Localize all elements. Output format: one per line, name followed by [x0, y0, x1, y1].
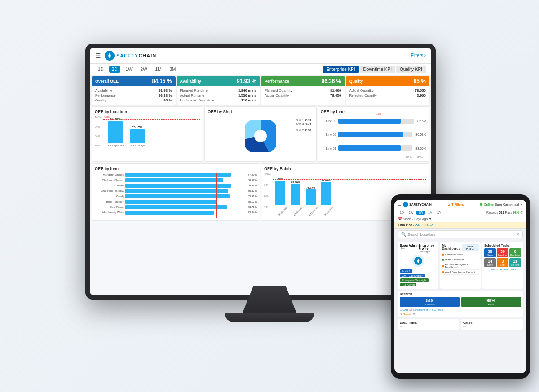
tablet-dashboards-section: My Dashboards Dash Builder Favorites Das… — [440, 242, 481, 289]
tablet-search-box: 🔍 Search Locations ✕ — [398, 230, 523, 238]
dash-dot-3 — [442, 265, 444, 267]
dash-label-3: Hazard Recognition Dashboard — [445, 263, 479, 269]
kpi-tab-enterprise[interactable]: Enterprise KPI — [323, 66, 358, 73]
kpi-avail-details: Planned Runtime3,840 mins Actual Runtime… — [177, 86, 261, 105]
logo-icon — [105, 51, 115, 61]
sched-open: 38Open — [484, 248, 496, 257]
tablet-records-summary: Records 519 Pass 98% ↺ — [486, 211, 523, 215]
dash-item-2[interactable]: Plant Outcomes — [442, 257, 479, 262]
time-bar: 1D 2D 1W 2W 1M 3M Enterprise KPI Downtim… — [90, 64, 431, 75]
sched-grid: 38Open 30Past Due 8Due Later 14Done 3Lat — [484, 248, 521, 267]
sched-late: 3Late — [497, 258, 508, 267]
time-btn-1m[interactable]: 1M — [153, 66, 164, 73]
records-title: Records — [400, 292, 521, 295]
tablet-records-section: Records 519 Records 98% Pass ⊞ Grid — [398, 291, 523, 317]
tablet-container: ☰ SAFETYCHAIN ▲ T Filters Online Suze Ca… — [391, 194, 530, 379]
dash-builder-btn[interactable]: Dash Builder — [462, 244, 479, 251]
tablet-whats-new[interactable]: What's New? — [415, 224, 433, 227]
tablet-time-1m[interactable]: 1M — [426, 211, 434, 215]
chart-oee-item: OEE by Item Mandarin Orange87.09% Chicke… — [92, 163, 260, 221]
upload-icon: ⬆ — [413, 313, 415, 316]
time-btn-1d[interactable]: 1D — [95, 66, 106, 73]
tablet-frame: ☰ SAFETYCHAIN ▲ T Filters Online Suze Ca… — [391, 194, 530, 379]
kpi-perf-value: 96.36 % — [321, 78, 341, 84]
dashboard-list: Favorites Dash Plant Outcomes Hazard Rec… — [442, 252, 479, 275]
time-btn-2w[interactable]: 2W — [138, 66, 150, 73]
charts-row-2: OEE by Item Mandarin Orange87.09% Chicke… — [90, 163, 431, 223]
kpi-tab-downtime[interactable]: Downtime KPI — [360, 66, 395, 73]
time-btn-1w[interactable]: 1W — [123, 66, 135, 73]
spreadsheet-action[interactable]: 📊 Spreadsheet — [409, 308, 428, 311]
dash-label-4: dev4 Blue Apron Product — [445, 271, 475, 273]
time-btn-3m[interactable]: 3M — [167, 66, 179, 73]
sched-past-due: 30Past Due — [497, 248, 508, 257]
kpi-oee-value: 84.15 % — [152, 78, 172, 84]
dash-label-2: Plant Outcomes — [445, 258, 464, 261]
sched-on-time: 11On Time — [509, 258, 521, 267]
profile-role: SuperAdmin — [400, 244, 419, 247]
search-placeholder[interactable]: Search Locations — [408, 233, 514, 237]
chart-line-title: OEE by Line — [321, 110, 426, 114]
kpi-oee-details: Availability91.93 % Performance96.36 % Q… — [92, 86, 176, 105]
kpi-tab-quality[interactable]: Quality KPI — [396, 66, 426, 73]
search-clear-icon[interactable]: ✕ — [516, 232, 520, 237]
tablet-time-1y[interactable]: 1Y — [436, 211, 443, 215]
doc-case-row: Documents — Cases — — [394, 319, 526, 331]
badge-enterprise: Enterprise Oversight — [400, 278, 429, 282]
sched-done: 14Done — [484, 258, 496, 267]
filters-button[interactable]: Filters › — [411, 53, 426, 58]
profile-enterprise: Enterprise Profile Oversight — [419, 244, 437, 253]
time-btn-2d[interactable]: 2D — [109, 66, 120, 73]
tablet-time-1d[interactable]: 1D — [398, 211, 406, 215]
tablet-user: Suze Carmichael ▼ — [495, 203, 523, 206]
tasks-action[interactable]: ✓ CC Tasks — [429, 308, 443, 311]
tablet-scheduled-section: Scheduled Tasks 38Open 30Past Due 8Due L… — [482, 242, 523, 289]
hamburger-icon[interactable]: ☰ — [95, 52, 101, 59]
badge-admin: Full Admin — [400, 283, 416, 286]
badge-audit: Audit 1 — [400, 269, 412, 273]
cases-placeholder: — — [463, 325, 521, 328]
view-scheduled-link[interactable]: View Scheduled Tasks — [484, 268, 521, 271]
enterprise-type: Oversight — [419, 250, 437, 253]
logo: SAFETYCHAIN — [105, 51, 156, 61]
dash-item-1[interactable]: Favorites Dash — [442, 252, 479, 257]
tablet-time-2w[interactable]: 2W — [416, 211, 425, 215]
profile-badges: Audit 1 CM - Case Admin Enterprise Overs… — [400, 269, 437, 287]
dash-item-4[interactable]: dev4 Blue Apron Product — [442, 270, 479, 275]
kpi-oee-header: Overall OEE 84.15 % — [92, 76, 176, 86]
header-left: ☰ SAFETYCHAIN — [95, 51, 156, 61]
cases-title: Cases — [463, 321, 521, 324]
monitor-frame: ☰ SAFETYCHAIN Filters › 1D 2D — [85, 44, 436, 300]
kpi-qual-value: 95 % — [414, 78, 426, 84]
tablet-profile-section: SuperAdmin User Enterprise Profile Overs… — [398, 242, 438, 289]
saved-icon: ▼ Saved — [400, 313, 411, 316]
records-pass-label: Pass — [463, 303, 520, 306]
tablet-logo-text: SAFETYCHAIN — [409, 203, 432, 206]
item-bars: Mandarin Orange87.09% Chicken - Charred8… — [95, 173, 257, 218]
kpi-card-performance: Performance 96.36 % Planned Quantity81,0… — [261, 76, 345, 105]
scheduled-title: Scheduled Tasks — [484, 244, 521, 247]
kpi-perf-header: Performance 96.36 % — [261, 76, 345, 86]
dash-item-3[interactable]: Hazard Recognition Dashboard — [442, 262, 479, 270]
monitor-screen: ☰ SAFETYCHAIN Filters › 1D 2D — [90, 48, 431, 295]
grid-action[interactable]: ⊞ Grid — [400, 308, 408, 311]
kpi-qual-title: Quality — [349, 79, 363, 84]
records-pass-card: 98% Pass — [461, 297, 521, 307]
sched-due-later: 8Due Later — [509, 248, 521, 257]
tablet-main-content: SuperAdmin User Enterprise Profile Overs… — [394, 240, 526, 291]
enterprise-title: Enterprise Profile — [419, 244, 437, 250]
documents-section: Documents — — [398, 319, 459, 330]
records-number: 519 — [401, 298, 459, 303]
tablet-time-1w[interactable]: 1W — [407, 211, 415, 215]
records-pass-number: 98% — [463, 298, 520, 303]
tablet-screen: ☰ SAFETYCHAIN ▲ T Filters Online Suze Ca… — [394, 200, 526, 373]
dash-dot-4 — [442, 271, 444, 273]
kpi-qual-details: Actual Quantity78,050 Rejected Quanity3,… — [346, 86, 430, 100]
badge-cm: CM - Case Admin — [400, 274, 425, 277]
chart-location-title: OEE by Location — [95, 110, 200, 114]
dash-dot-1 — [442, 254, 444, 256]
line-bars: Line 0382.6% Line 0286.53% Line 0183.60% — [321, 116, 426, 154]
kpi-tabs: Enterprise KPI Downtime KPI Quality KPI — [323, 66, 426, 73]
chart-batch-title: OEE by Batch — [264, 167, 426, 171]
dashboards-title: My Dashboards — [442, 244, 462, 250]
